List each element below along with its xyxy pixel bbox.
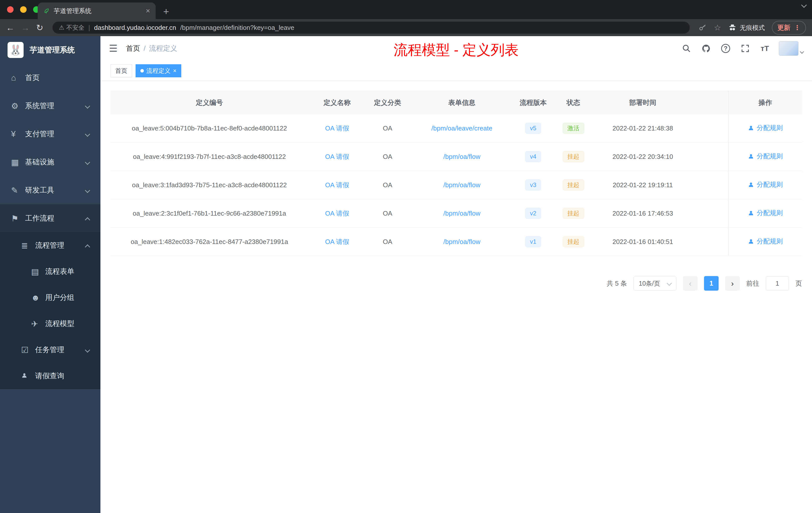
- sidebar-item-leave-query[interactable]: 请假查询: [0, 363, 100, 389]
- page-size-select[interactable]: 10条/页: [634, 276, 676, 291]
- sidebar-logo[interactable]: 🐰 芋道管理系统: [0, 36, 100, 64]
- chevron-down-icon: [85, 103, 90, 109]
- definition-name-link[interactable]: OA 请假: [325, 210, 349, 217]
- tag-close-icon[interactable]: ×: [173, 68, 176, 74]
- key-icon[interactable]: [699, 24, 707, 32]
- browser-menu-icon[interactable]: ⋮: [794, 24, 801, 32]
- chevron-down-icon: [85, 187, 90, 193]
- definition-name-link[interactable]: OA 请假: [325, 238, 349, 245]
- assign-rule-button[interactable]: 分配规则: [748, 152, 783, 161]
- search-icon[interactable]: [681, 43, 692, 54]
- goto-page-input[interactable]: [766, 276, 789, 291]
- form-link[interactable]: /bpm/oa/flow: [443, 238, 480, 245]
- tag-label: 首页: [115, 67, 127, 75]
- fullscreen-icon[interactable]: [740, 43, 751, 54]
- url-host: dashboard.yudao.iocoder.cn: [94, 24, 176, 32]
- definition-name-link[interactable]: OA 请假: [325, 153, 349, 160]
- browser-tab[interactable]: 芋道管理系统 ×: [38, 2, 156, 19]
- cell-deploy-time: 2022-01-22 21:48:38: [595, 114, 691, 143]
- form-link[interactable]: /bpm/oa/flow: [443, 181, 480, 189]
- chevron-down-icon: [85, 131, 90, 137]
- column-spacer: [691, 91, 728, 114]
- cell-deploy-time: 2022-01-16 17:46:53: [595, 199, 691, 228]
- update-button[interactable]: 更新 ⋮: [772, 21, 806, 35]
- definition-name-link[interactable]: OA 请假: [325, 181, 349, 189]
- person-icon: [748, 181, 754, 188]
- security-warning[interactable]: ⚠ 不安全: [59, 24, 85, 32]
- definition-name-link[interactable]: OA 请假: [325, 124, 349, 132]
- person-icon: [748, 238, 754, 245]
- column-deploy-time: 部署时间: [595, 91, 691, 114]
- tags-view: 首页 流程定义 ×: [100, 61, 812, 81]
- sidebar-item-home[interactable]: ⌂ 首页: [0, 64, 100, 92]
- person-icon: [748, 153, 754, 160]
- close-window-icon[interactable]: [7, 6, 13, 13]
- sidebar-item-label: 工作流程: [25, 213, 54, 223]
- sidebar-item-workflow[interactable]: ⚑ 工作流程: [0, 204, 100, 233]
- column-action: 操作: [728, 91, 802, 114]
- sidebar-item-system[interactable]: ⚙ 系统管理: [0, 92, 100, 120]
- version-badge: v5: [525, 123, 541, 134]
- column-version: 流程版本: [515, 91, 552, 114]
- user-avatar[interactable]: [779, 41, 804, 56]
- bookmark-star-icon[interactable]: ☆: [714, 23, 721, 32]
- cell-deploy-time: 2022-01-22 19:19:11: [595, 171, 691, 199]
- form-link[interactable]: /bpm/oa/flow: [443, 153, 480, 160]
- sidebar-item-process-mgmt[interactable]: ≣ 流程管理: [0, 233, 100, 259]
- prev-page-button[interactable]: ‹: [683, 276, 697, 291]
- url-path: /bpm/manager/definition?key=oa_leave: [180, 24, 294, 32]
- sidebar-item-payment[interactable]: ¥ 支付管理: [0, 120, 100, 148]
- minimize-window-icon[interactable]: [20, 6, 27, 13]
- assign-rule-button[interactable]: 分配规则: [748, 237, 783, 246]
- assign-rule-button[interactable]: 分配规则: [748, 180, 783, 189]
- new-tab-icon[interactable]: +: [163, 6, 169, 17]
- sidebar-item-task-mgmt[interactable]: ☑ 任务管理: [0, 337, 100, 363]
- breadcrumb-home[interactable]: 首页: [126, 44, 140, 53]
- cell-spacer: [691, 199, 728, 228]
- yen-icon: ¥: [11, 129, 25, 139]
- cell-spacer: [691, 114, 728, 143]
- column-category: 定义分类: [366, 91, 409, 114]
- chevron-up-icon: [85, 244, 90, 249]
- cell-deploy-time: 2022-01-22 20:34:10: [595, 143, 691, 171]
- browser-window: 芋道管理系统 × + ← → ↻ ⚠ 不安全 | dashboard.yudao…: [0, 0, 812, 513]
- version-badge: v1: [525, 236, 541, 247]
- cell-deploy-time: 2022-01-16 01:40:51: [595, 228, 691, 256]
- cell-category: OA: [366, 114, 409, 143]
- next-page-button[interactable]: ›: [725, 276, 740, 291]
- grid-icon: ▦: [11, 157, 25, 167]
- back-icon[interactable]: ←: [6, 23, 14, 32]
- form-link[interactable]: /bpm/oa/leave/create: [431, 124, 492, 132]
- sidebar-item-user-group[interactable]: ☻ 用户分组: [0, 284, 100, 311]
- sidebar-item-process-form[interactable]: ▤ 流程表单: [0, 259, 100, 284]
- hamburger-icon[interactable]: ☰: [109, 43, 117, 54]
- forward-icon[interactable]: →: [21, 23, 30, 32]
- tag-process-definition[interactable]: 流程定义 ×: [136, 64, 181, 77]
- avatar[interactable]: [779, 41, 799, 56]
- reload-icon[interactable]: ↻: [36, 23, 44, 32]
- sidebar-item-process-model[interactable]: ✈ 流程模型: [0, 311, 100, 337]
- sidebar-item-label: 系统管理: [25, 101, 54, 111]
- help-icon[interactable]: ?: [720, 43, 731, 54]
- status-badge: 激活: [563, 123, 584, 134]
- tabstrip-chevron-icon[interactable]: [801, 2, 807, 8]
- tab-close-icon[interactable]: ×: [146, 7, 150, 14]
- form-link[interactable]: /bpm/oa/flow: [443, 210, 480, 217]
- font-size-icon[interactable]: тT: [759, 43, 770, 54]
- tag-home[interactable]: 首页: [111, 64, 132, 77]
- goto-unit: 页: [795, 279, 802, 288]
- cell-id: oa_leave:4:991f2193-7b7f-11ec-a3c8-acde4…: [111, 143, 308, 171]
- person-icon: [748, 125, 754, 131]
- sidebar-item-infra[interactable]: ▦ 基础设施: [0, 148, 100, 176]
- url-field[interactable]: ⚠ 不安全 | dashboard.yudao.iocoder.cn /bpm/…: [53, 22, 690, 34]
- annotation-overlay: 流程模型 - 定义列表: [394, 41, 519, 60]
- sidebar-item-devtools[interactable]: ✎ 研发工具: [0, 176, 100, 204]
- table-row: oa_leave:3:1fad3d93-7b75-11ec-a3c8-acde4…: [111, 171, 802, 199]
- version-badge: v3: [525, 179, 541, 191]
- assign-rule-button[interactable]: 分配规则: [748, 209, 783, 217]
- assign-rule-button[interactable]: 分配规则: [748, 123, 783, 132]
- current-page-button[interactable]: 1: [704, 276, 719, 291]
- github-icon[interactable]: [700, 43, 712, 54]
- cell-id: oa_leave:2:3c1f0ef1-76b1-11ec-9c66-a2380…: [111, 199, 308, 228]
- list-icon: ≣: [21, 241, 35, 250]
